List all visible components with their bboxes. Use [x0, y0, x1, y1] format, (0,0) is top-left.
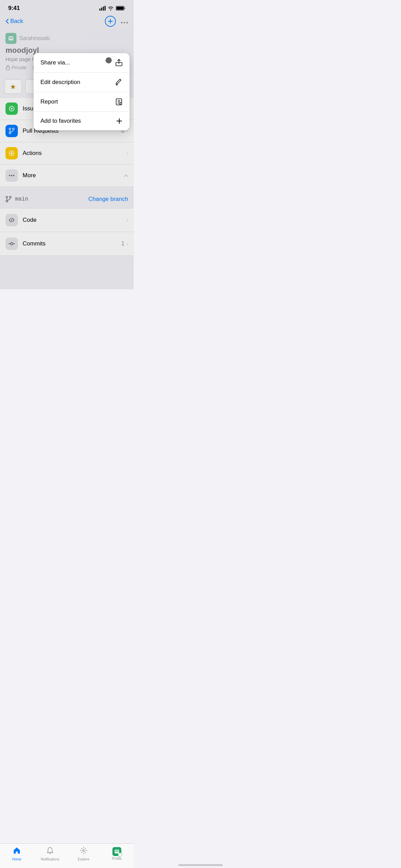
back-button[interactable]: Back: [5, 18, 23, 25]
svg-point-8: [126, 22, 128, 23]
svg-point-20: [9, 132, 11, 134]
svg-rect-11: [11, 37, 13, 39]
svg-rect-3: [105, 6, 106, 11]
nav-bar: Back: [0, 14, 134, 30]
svg-point-29: [11, 243, 13, 245]
more-icon: [5, 169, 18, 182]
commits-item[interactable]: Commits 1 ›: [0, 232, 134, 255]
avatar: [5, 33, 16, 44]
signal-icon: [99, 6, 106, 11]
more-button[interactable]: [121, 17, 128, 25]
actions-icon: [5, 147, 18, 159]
svg-point-25: [13, 175, 14, 176]
dropdown-arrow: [106, 57, 112, 63]
commits-svg-icon: [9, 241, 15, 247]
report-label: Report: [40, 98, 58, 105]
share-via-label: Share via...: [40, 59, 70, 66]
repo-owner-row: Sarahmoodc: [5, 33, 128, 44]
actions-svg-icon: [9, 150, 15, 156]
code-list-section: Code › Commits 1 ›: [0, 208, 134, 256]
star-icon: ★: [10, 83, 16, 91]
branch-left: main: [5, 196, 28, 203]
commits-label: Commits: [23, 240, 121, 247]
pencil-icon: [115, 79, 123, 86]
back-label: Back: [10, 18, 23, 25]
issues-svg-icon: [9, 106, 15, 112]
report-item[interactable]: Report: [34, 92, 130, 112]
svg-point-17: [11, 108, 13, 110]
share-via-item[interactable]: Share via...: [34, 53, 130, 73]
status-time: 9:41: [8, 5, 20, 12]
battery-icon: [116, 6, 125, 11]
svg-point-26: [6, 196, 8, 198]
chevron-left-icon: [5, 19, 9, 24]
lock-icon: [5, 65, 10, 70]
more-label: More: [23, 172, 124, 179]
dropdown-menu: Share via... Edit description Report Add…: [34, 53, 130, 130]
change-branch-button[interactable]: Change branch: [88, 196, 128, 203]
svg-point-23: [9, 175, 10, 176]
repo-avatar-icon: [8, 35, 14, 42]
commits-icon: [5, 238, 18, 250]
svg-rect-12: [6, 67, 10, 70]
branch-icon: [5, 196, 12, 203]
repo-owner: Sarahmoodc: [19, 35, 50, 41]
branch-section: main Change branch: [0, 190, 134, 208]
svg-point-22: [11, 152, 13, 154]
svg-rect-0: [99, 9, 100, 11]
plus-icon: [108, 19, 113, 24]
plus-circle-icon: [116, 118, 123, 124]
status-bar: 9:41: [0, 0, 134, 14]
edit-description-label: Edit description: [40, 79, 80, 86]
star-button[interactable]: ★: [4, 79, 22, 94]
actions-label: Actions: [23, 150, 126, 157]
pr-svg-icon: [9, 128, 15, 134]
branch-name: main: [15, 196, 28, 202]
actions-chevron: ›: [126, 150, 128, 156]
svg-point-18: [9, 128, 11, 130]
chevron-up-icon: [124, 174, 128, 177]
report-icon: [115, 98, 123, 106]
share-icon: [115, 59, 123, 67]
svg-rect-5: [117, 7, 124, 10]
svg-point-28: [6, 201, 8, 202]
code-chevron: ›: [126, 217, 128, 223]
add-to-favorites-label: Add to favorites: [40, 118, 81, 124]
svg-rect-2: [103, 7, 104, 11]
pull-requests-icon: [5, 125, 18, 137]
more-dots-icon: [9, 174, 15, 177]
status-icons: [99, 6, 125, 11]
commits-count: 1: [121, 240, 124, 247]
wifi-icon: [108, 6, 114, 11]
svg-rect-1: [101, 8, 102, 11]
svg-point-19: [13, 128, 14, 130]
svg-rect-10: [10, 37, 11, 39]
code-label: Code: [23, 217, 126, 224]
nav-right: [105, 16, 128, 27]
issues-icon: [5, 103, 18, 115]
svg-point-6: [121, 22, 122, 23]
commits-chevron: ›: [126, 241, 128, 246]
code-svg-icon: [9, 217, 15, 223]
visibility-label: Private: [12, 65, 27, 70]
svg-point-27: [10, 196, 11, 198]
edit-description-item[interactable]: Edit description: [34, 73, 130, 92]
code-item[interactable]: Code ›: [0, 208, 134, 232]
svg-point-7: [124, 22, 125, 23]
actions-item[interactable]: Actions ›: [0, 142, 134, 165]
dots-icon: [121, 22, 128, 24]
more-item[interactable]: More: [0, 165, 134, 186]
svg-point-24: [11, 175, 12, 176]
add-button[interactable]: [105, 16, 116, 27]
repo-visibility: Private: [5, 65, 27, 70]
code-icon: [5, 214, 18, 226]
add-to-favorites-item[interactable]: Add to favorites: [34, 112, 130, 130]
